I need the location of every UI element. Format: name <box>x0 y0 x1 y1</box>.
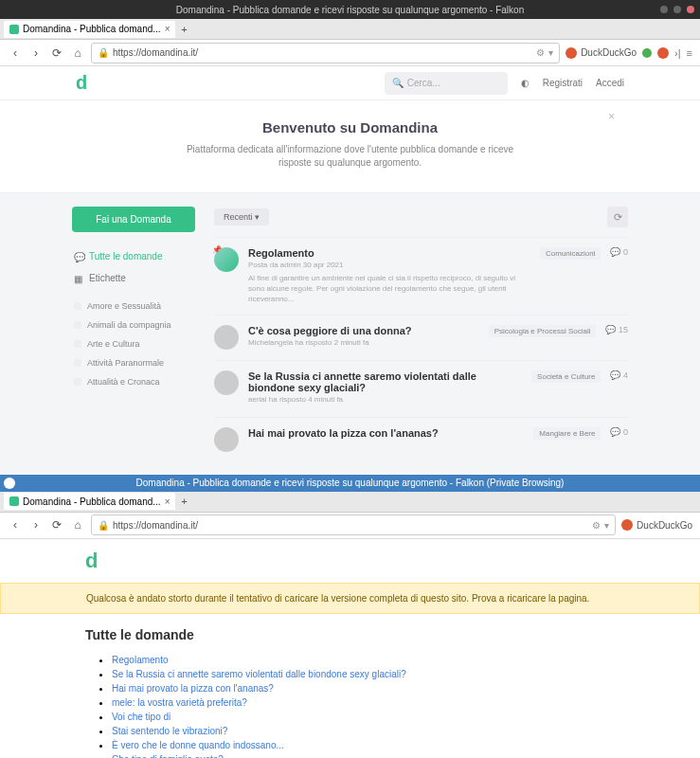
forward-button[interactable]: › <box>28 45 44 61</box>
list-item: Voi che tipo di <box>112 711 615 722</box>
welcome-banner: × Benvenuto su Domandina Piattaforma ded… <box>0 100 700 193</box>
list-item: Se la Russia ci annette saremo violentat… <box>112 668 615 679</box>
sort-dropdown[interactable]: Recenti ▾ <box>214 208 269 226</box>
bookmark-icon[interactable]: ▾ <box>548 47 553 58</box>
post-body: Hai mai provato la pizza con l'ananas? <box>248 427 524 452</box>
register-link[interactable]: Registrati <box>543 78 583 88</box>
category-badge[interactable]: Psicologia e Processi Sociali <box>489 325 597 337</box>
close-icon[interactable]: × <box>608 110 615 123</box>
back-button[interactable]: ‹ <box>8 517 23 532</box>
back-button[interactable]: ‹ <box>8 45 23 61</box>
post-title[interactable]: Regolamento <box>248 247 530 259</box>
tag-item[interactable]: Arte e Cultura <box>72 334 195 353</box>
bookmark-icon[interactable]: ▾ <box>604 520 609 531</box>
comment-count: 💬 15 <box>605 325 628 334</box>
site-logo[interactable]: d <box>76 72 87 94</box>
sidebar-all-label: Tutte le domande <box>89 251 162 262</box>
address-bar-2[interactable]: 🔒 https://domandina.it/ ⚙ ▾ <box>91 514 616 535</box>
minimize-icon[interactable] <box>660 6 668 13</box>
question-link[interactable]: Regolamento <box>112 655 168 665</box>
site-header: d 🔍 Cerca... ◐ Registrati Accedi <box>0 66 700 100</box>
post-meta: Posta da admin 30 apr 2021 <box>248 261 530 269</box>
site-logo-2[interactable]: d <box>85 549 98 572</box>
login-link[interactable]: Accedi <box>596 78 624 88</box>
post-title[interactable]: Hai mai provato la pizza con l'ananas? <box>248 427 524 439</box>
tag-label: Attività Paranormale <box>87 358 164 368</box>
forward-button[interactable]: › <box>28 517 44 532</box>
question-link[interactable]: Se la Russia ci annette saremo violentat… <box>112 669 406 679</box>
adblock-icon[interactable] <box>657 47 669 59</box>
category-badge[interactable]: Mangiare e Bere <box>533 427 601 440</box>
post-item[interactable]: Se la Russia ci annette saremo violentat… <box>214 360 628 417</box>
reload-button[interactable]: ⟳ <box>49 45 64 61</box>
post-side: Psicologia e Processi Sociali 💬 15 <box>489 325 628 351</box>
list-item: Regolamento <box>112 654 615 665</box>
hamburger-icon[interactable]: ≡ <box>687 47 692 59</box>
tag-color-icon <box>74 359 81 367</box>
browser-tab-2[interactable]: Domandina - Pubblica domand... × <box>4 493 175 510</box>
list-item: Hai mai provato la pizza con l'ananas? <box>112 682 615 694</box>
tag-item[interactable]: Animali da compagnia <box>72 316 195 334</box>
list-item: Che tipo di famiglia avete? <box>112 753 615 758</box>
tag-color-icon <box>74 340 81 348</box>
maximize-icon[interactable] <box>673 6 681 13</box>
tab-close-icon[interactable]: × <box>165 496 171 507</box>
search-engine-2[interactable]: DuckDuckGo <box>621 519 692 531</box>
settings-icon[interactable]: ⚙ <box>592 520 601 531</box>
page2-heading: Tutte le domande <box>85 627 615 642</box>
ask-question-button[interactable]: Fai una Domanda <box>72 207 195 232</box>
welcome-text: Piattaforma dedicata all'informazione do… <box>180 143 521 170</box>
tag-item[interactable]: Attualità e Cronaca <box>72 372 195 391</box>
category-badge[interactable]: Società e Culture <box>531 370 601 383</box>
window1-title: Domandina - Pubblica domande e ricevi ri… <box>176 5 524 15</box>
close-window-icon[interactable] <box>687 6 694 13</box>
page2-content: d Qualcosa è andato storto durante il te… <box>0 539 700 758</box>
reload-button[interactable]: ⟳ <box>49 517 64 532</box>
avatar <box>214 427 239 452</box>
tab-close-icon[interactable]: × <box>165 24 171 34</box>
question-link[interactable]: È vero che le donne quando indossano... <box>112 740 284 750</box>
nav-toolbar-2: ‹ › ⟳ ⌂ 🔒 https://domandina.it/ ⚙ ▾ Duck… <box>0 513 700 539</box>
post-item[interactable]: C'è cosa peggiore di una donna? Michelan… <box>214 315 628 360</box>
site-search[interactable]: 🔍 Cerca... <box>385 72 508 95</box>
sidebar-all-questions[interactable]: 💬 Tutte le domande <box>72 245 195 267</box>
question-link[interactable]: mele: la vostra varietà preferita? <box>112 697 247 708</box>
new-tab-button[interactable]: + <box>175 24 192 35</box>
tag-list: Amore e SessualitàAnimali da compagniaAr… <box>72 297 195 391</box>
settings-icon[interactable]: ⚙ <box>536 47 545 58</box>
category-badge[interactable]: Comunicazioni <box>540 247 601 260</box>
address-bar[interactable]: 🔒 https://domandina.it/ ⚙ ▾ <box>91 43 560 63</box>
tag-item[interactable]: Attività Paranormale <box>72 353 195 372</box>
duckduckgo-icon <box>565 47 577 59</box>
comment-count: 💬 4 <box>610 370 628 380</box>
tag-item[interactable]: Amore e Sessualità <box>72 297 195 316</box>
list-item: mele: la vostra varietà preferita? <box>112 696 615 708</box>
favicon-icon <box>9 25 19 34</box>
question-link[interactable]: Hai mai provato la pizza con l'ananas? <box>112 683 274 694</box>
browser-tab[interactable]: Domandina - Pubblica domand... × <box>4 21 175 38</box>
lock-icon: 🔒 <box>98 47 109 58</box>
new-tab-button[interactable]: + <box>175 496 192 507</box>
question-link[interactable]: Voi che tipo di <box>112 712 171 722</box>
post-meta: Michelangela ha risposto 2 minuti fa <box>248 338 479 347</box>
post-item[interactable]: Regolamento Posta da admin 30 apr 2021 A… <box>214 237 628 315</box>
window-controls <box>660 6 694 13</box>
post-title[interactable]: C'è cosa peggiore di una donna? <box>248 325 479 336</box>
tag-label: Arte e Cultura <box>87 339 140 349</box>
menu-icon[interactable]: ›| <box>674 47 681 59</box>
search-engine[interactable]: DuckDuckGo <box>565 47 637 59</box>
post-item[interactable]: Hai mai provato la pizza con l'ananas? M… <box>214 417 628 461</box>
avatar <box>214 247 239 272</box>
home-button[interactable]: ⌂ <box>70 45 85 61</box>
theme-toggle-icon[interactable]: ◐ <box>521 78 529 88</box>
sidebar-tags[interactable]: ▦ Etichette <box>72 267 195 289</box>
refresh-button[interactable]: ⟳ <box>607 207 628 227</box>
url-text: https://domandina.it/ <box>113 520 198 531</box>
window2-titlebar: Domandina - Pubblica domande e ricevi ri… <box>0 475 700 492</box>
question-link[interactable]: Che tipo di famiglia avete? <box>112 754 224 758</box>
tab-label: Domandina - Pubblica domand... <box>23 496 161 507</box>
home-button[interactable]: ⌂ <box>70 517 85 532</box>
url-text: https://domandina.it/ <box>113 47 198 58</box>
question-link[interactable]: Stai sentendo le vibrazioni? <box>112 726 227 736</box>
post-title[interactable]: Se la Russia ci annette saremo violentat… <box>248 370 522 393</box>
